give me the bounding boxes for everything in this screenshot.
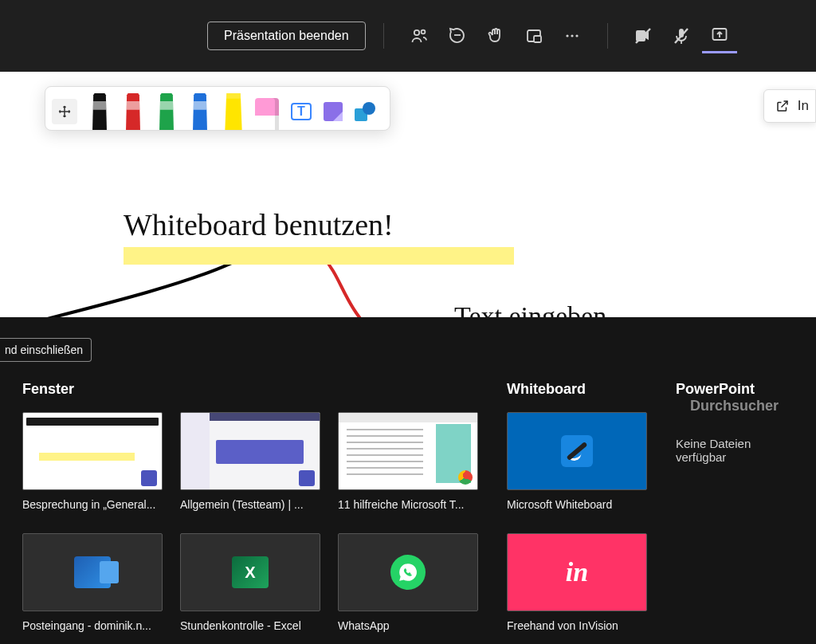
section-heading-windows: Fenster bbox=[22, 381, 478, 398]
camera-off-icon[interactable] bbox=[626, 18, 661, 53]
ink-text-2: Text eingeben bbox=[454, 301, 606, 317]
open-external-label: In bbox=[798, 98, 809, 114]
window-thumb bbox=[338, 412, 478, 490]
whiteboard-tile[interactable]: in Freehand von InVision bbox=[507, 533, 647, 632]
tile-label: Allgemein (Testteam) | ... bbox=[180, 498, 320, 511]
divider bbox=[383, 23, 384, 49]
whiteboard-thumb: in bbox=[507, 533, 647, 611]
highlight-stroke bbox=[124, 247, 514, 265]
no-files-label: Keine Dateien verfügbar bbox=[676, 437, 794, 464]
pen-blue[interactable] bbox=[184, 93, 216, 130]
meeting-top-bar: Präsentation beenden bbox=[0, 0, 816, 72]
tile-label: Besprechung in „General... bbox=[22, 498, 163, 511]
section-heading-whiteboard: Whiteboard bbox=[507, 381, 647, 398]
section-powerpoint: PowerPoint Durchsucher Keine Dateien ver… bbox=[676, 381, 794, 632]
pen-green[interactable] bbox=[151, 93, 182, 130]
svg-point-0 bbox=[414, 30, 418, 35]
highlighter-yellow[interactable] bbox=[218, 93, 249, 130]
include-audio-toggle[interactable]: nd einschließen bbox=[0, 338, 92, 362]
window-tile[interactable]: 11 hilfreiche Microsoft T... bbox=[338, 412, 478, 511]
ink-text-1: Whiteboard benutzen! bbox=[124, 207, 394, 242]
pen-red[interactable] bbox=[117, 93, 149, 130]
tile-label: Posteingang - dominik.n... bbox=[22, 619, 163, 632]
svg-point-7 bbox=[575, 34, 578, 37]
whiteboard-canvas[interactable]: Whiteboard benutzen! Text eingeben T In bbox=[0, 72, 816, 317]
tile-label: 11 hilfreiche Microsoft T... bbox=[338, 498, 478, 511]
window-tile[interactable]: Posteingang - dominik.n... bbox=[22, 533, 163, 632]
chat-icon[interactable] bbox=[440, 18, 475, 53]
window-tile[interactable]: Allgemein (Testteam) | ... bbox=[180, 412, 320, 511]
window-thumb bbox=[338, 533, 478, 611]
tile-label: Stundenkontrolle - Excel bbox=[180, 619, 320, 632]
open-external-button[interactable]: In bbox=[763, 89, 816, 123]
shapes-tool[interactable] bbox=[351, 98, 379, 125]
divider bbox=[607, 23, 608, 49]
whiteboard-tile[interactable]: Microsoft Whiteboard bbox=[507, 412, 647, 511]
window-tile[interactable]: WhatsApp bbox=[338, 533, 478, 632]
svg-point-1 bbox=[421, 30, 425, 34]
rooms-icon[interactable] bbox=[516, 18, 551, 53]
window-thumb bbox=[22, 533, 163, 611]
svg-point-6 bbox=[571, 34, 573, 37]
participants-icon[interactable] bbox=[402, 18, 437, 53]
window-tile[interactable]: X Stundenkontrolle - Excel bbox=[180, 533, 320, 632]
end-presentation-button[interactable]: Präsentation beenden bbox=[207, 22, 366, 50]
section-heading-powerpoint: PowerPoint bbox=[676, 381, 755, 397]
window-thumb: X bbox=[180, 533, 320, 611]
tile-label: WhatsApp bbox=[338, 619, 478, 632]
reactions-icon[interactable] bbox=[478, 18, 513, 53]
window-thumb bbox=[22, 412, 163, 490]
mic-off-icon[interactable] bbox=[664, 18, 699, 53]
window-tile[interactable]: Besprechung in „General... bbox=[22, 412, 163, 511]
section-whiteboard: Whiteboard Microsoft Whiteboard in Freeh… bbox=[507, 381, 647, 632]
window-thumb bbox=[180, 412, 320, 490]
browse-link[interactable]: Durchsucher bbox=[690, 398, 779, 414]
note-tool[interactable] bbox=[320, 98, 347, 125]
more-actions-icon[interactable] bbox=[555, 18, 590, 53]
whiteboard-thumb bbox=[507, 412, 647, 490]
svg-point-5 bbox=[566, 34, 568, 37]
whiteboard-toolbar: T bbox=[45, 86, 390, 131]
tile-label: Microsoft Whiteboard bbox=[507, 498, 647, 511]
share-tray-icon[interactable] bbox=[702, 18, 737, 53]
move-handle-icon[interactable] bbox=[52, 99, 77, 124]
tile-label: Freehand von InVision bbox=[507, 619, 647, 632]
svg-rect-4 bbox=[534, 36, 541, 42]
section-windows: Fenster Besprechung in „General... Allge… bbox=[22, 381, 478, 632]
eraser-tool[interactable] bbox=[251, 93, 283, 130]
text-tool[interactable]: T bbox=[288, 98, 315, 125]
pen-black[interactable] bbox=[84, 93, 116, 130]
share-tray: nd einschließen Fenster Besprechung in „… bbox=[0, 317, 816, 644]
